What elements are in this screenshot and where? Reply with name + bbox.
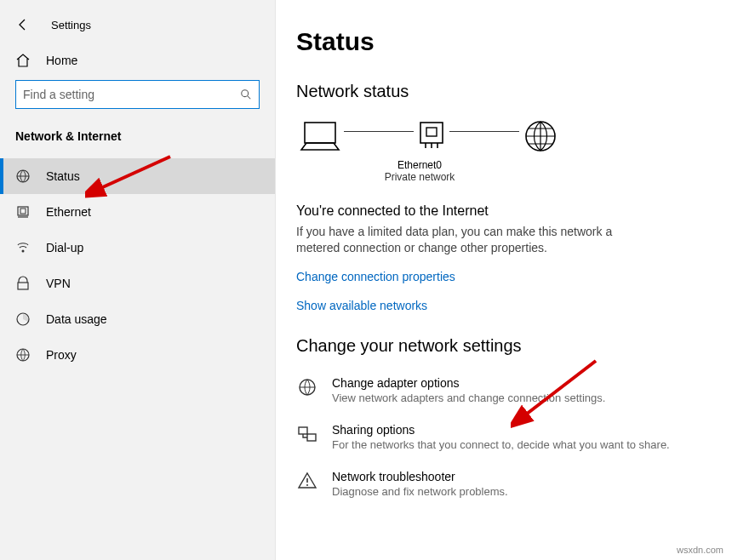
sidebar: Settings Home Network & Internet Status …: [0, 0, 276, 560]
nav-item-datausage[interactable]: Data usage: [0, 301, 275, 337]
datausage-icon: [15, 311, 31, 327]
section-network-status: Network status: [296, 82, 712, 101]
vpn-icon: [15, 276, 31, 291]
globe-icon: [523, 118, 558, 154]
setting-label: Sharing options: [332, 423, 670, 437]
dialup-icon: [15, 240, 31, 255]
network-diagram: [296, 118, 712, 154]
back-button[interactable]: [15, 17, 31, 32]
home-button[interactable]: Home: [0, 48, 275, 80]
adapter-icon: [417, 119, 446, 153]
app-title: Settings: [51, 19, 91, 31]
nav-item-dialup[interactable]: Dial-up: [0, 230, 275, 266]
search-input[interactable]: [23, 88, 240, 101]
setting-label: Change adapter options: [332, 376, 605, 390]
sharing-icon: [296, 423, 318, 445]
troubleshooter-icon: [296, 470, 318, 492]
svg-rect-3: [20, 209, 26, 214]
section-change-settings: Change your network settings: [296, 336, 712, 356]
adapter-options-icon: [296, 376, 318, 398]
watermark: wsxdn.com: [677, 545, 723, 555]
setting-desc: View network adapters and change connect…: [332, 391, 605, 404]
nav-label: Data usage: [46, 312, 107, 326]
svg-rect-14: [307, 434, 316, 441]
home-label: Home: [46, 54, 77, 67]
nav-item-status[interactable]: Status: [0, 158, 275, 194]
svg-rect-10: [426, 128, 437, 136]
link-change-connection-properties[interactable]: Change connection properties: [296, 270, 712, 283]
nav-label: VPN: [46, 277, 71, 290]
svg-rect-13: [299, 427, 307, 434]
search-box[interactable]: [15, 80, 260, 109]
main-content: Status Network status Ethernet0 Private …: [276, 0, 732, 560]
nav-label: Proxy: [46, 348, 77, 362]
category-heading: Network & Internet: [0, 126, 275, 158]
diagram-labels: Ethernet0 Private network: [296, 159, 543, 183]
nav-label: Dial-up: [46, 241, 83, 254]
link-show-available-networks[interactable]: Show available networks: [296, 299, 712, 312]
connected-desc: If you have a limited data plan, you can…: [296, 224, 654, 256]
setting-desc: For the networks that you connect to, de…: [332, 438, 670, 451]
svg-rect-5: [18, 283, 28, 289]
connected-title: You're connected to the Internet: [296, 203, 712, 219]
setting-change-adapter-options[interactable]: Change adapter options View network adap…: [296, 376, 712, 404]
svg-rect-8: [305, 123, 335, 143]
network-type: Private network: [296, 171, 543, 183]
proxy-icon: [15, 347, 31, 363]
setting-sharing-options[interactable]: Sharing options For the networks that yo…: [296, 423, 712, 451]
nav-label: Ethernet: [46, 205, 91, 219]
home-icon: [15, 53, 31, 68]
setting-network-troubleshooter[interactable]: Network troubleshooter Diagnose and fix …: [296, 470, 712, 498]
nav-item-vpn[interactable]: VPN: [0, 266, 275, 301]
setting-desc: Diagnose and fix network problems.: [332, 485, 508, 498]
svg-point-15: [306, 484, 308, 486]
pc-icon: [300, 119, 340, 153]
svg-point-4: [22, 250, 25, 253]
nav-item-proxy[interactable]: Proxy: [0, 337, 275, 373]
nav-item-ethernet[interactable]: Ethernet: [0, 194, 275, 230]
search-icon: [240, 89, 252, 100]
network-name: Ethernet0: [296, 159, 543, 171]
nav-label: Status: [46, 169, 80, 183]
page-title: Status: [296, 27, 712, 56]
svg-rect-9: [420, 123, 443, 143]
status-icon: [15, 169, 31, 184]
svg-point-0: [242, 90, 249, 97]
setting-label: Network troubleshooter: [332, 470, 508, 483]
ethernet-icon: [15, 204, 31, 220]
